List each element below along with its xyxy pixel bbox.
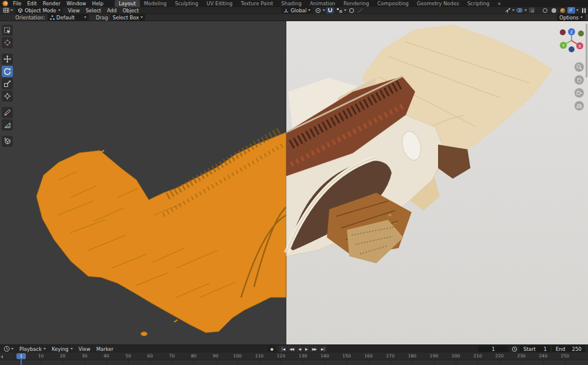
- snap-caret-icon[interactable]: [344, 9, 346, 11]
- editor-type-caret-icon[interactable]: [11, 9, 13, 11]
- ruler-collapse-icon[interactable]: [1, 355, 3, 359]
- ruler-tick: [259, 360, 260, 365]
- camera-view-icon[interactable]: [574, 88, 584, 98]
- annotate-tool[interactable]: [2, 107, 13, 118]
- snap-target-icon[interactable]: [335, 7, 343, 14]
- next-keyframe-button[interactable]: ▶▶: [310, 346, 319, 352]
- show-gizmos-icon[interactable]: [503, 7, 511, 14]
- ruler-tick: [63, 360, 64, 365]
- workspace-tab[interactable]: Shading: [277, 0, 306, 7]
- pivot-caret-icon[interactable]: [323, 9, 325, 11]
- drag-label: Drag: [96, 15, 108, 21]
- topbar-menu-item[interactable]: File: [10, 0, 24, 7]
- gizmos-caret-icon[interactable]: [512, 9, 514, 11]
- add-workspace-button[interactable]: +: [493, 0, 505, 7]
- rotate-tool[interactable]: [2, 66, 13, 77]
- solid-shading-icon[interactable]: [550, 7, 557, 14]
- viewport-menu-item[interactable]: Object: [119, 8, 142, 14]
- viewport-menus: ViewSelectAddObject: [65, 8, 142, 14]
- snap-magnet-icon[interactable]: [326, 7, 334, 14]
- topbar-menu-item[interactable]: Edit: [24, 0, 39, 7]
- navigation-gizmo[interactable]: Z Y X: [559, 27, 584, 53]
- show-overlays-icon[interactable]: [516, 7, 523, 14]
- pan-hand-icon[interactable]: [574, 75, 584, 85]
- play-button[interactable]: ▶: [303, 346, 310, 352]
- workspace-tab[interactable]: Modeling: [140, 0, 171, 7]
- play-reverse-button[interactable]: ◀: [296, 346, 303, 352]
- topbar-menu-item[interactable]: Render: [40, 0, 64, 7]
- viewport-scrollbar[interactable]: [586, 24, 587, 78]
- viewport-menu-item[interactable]: Select: [83, 8, 104, 14]
- orientation-default-label: Default: [56, 15, 75, 21]
- zoom-icon[interactable]: [574, 62, 584, 72]
- editor-type-icon[interactable]: [2, 7, 10, 14]
- start-value: 1: [544, 346, 547, 352]
- mode-selector[interactable]: Object Mode: [15, 7, 63, 14]
- timeline-editor-caret-icon[interactable]: [11, 348, 14, 350]
- ruler-frame-label: 70: [169, 353, 175, 359]
- workspace-tab[interactable]: Animation: [306, 0, 339, 7]
- viewport-menu-item[interactable]: Add: [104, 8, 119, 14]
- timeline-menu-item[interactable]: Playback: [16, 346, 49, 352]
- shading-caret-icon[interactable]: [576, 9, 579, 11]
- workspace-tab[interactable]: Geometry Nodes: [413, 0, 463, 7]
- material-preview-shading-icon[interactable]: [559, 7, 566, 14]
- ruler-frame-label: 90: [213, 353, 219, 359]
- workspace-tab[interactable]: Compositing: [373, 0, 413, 7]
- move-tool[interactable]: [2, 53, 13, 65]
- ruler-frame-label: 80: [191, 353, 197, 359]
- wireframe-shading-icon[interactable]: [541, 7, 549, 14]
- drag-mode-selector[interactable]: Select Box: [111, 14, 146, 21]
- topbar-menu-item[interactable]: Window: [64, 0, 89, 7]
- ruler-tick: [499, 360, 500, 365]
- timeline-menu-item[interactable]: Marker: [93, 346, 116, 352]
- workspace-tab[interactable]: Sculpting: [171, 0, 202, 7]
- workspace-tab[interactable]: UV Editing: [202, 0, 236, 7]
- viewport-nav-buttons: [574, 62, 584, 110]
- frame-start-field[interactable]: Start 1: [520, 346, 550, 352]
- ruler-frame-label: 60: [147, 353, 153, 359]
- options-button[interactable]: Options: [557, 14, 585, 21]
- frame-end-field[interactable]: End 250: [552, 346, 585, 352]
- workspace-tab[interactable]: Scripting: [463, 0, 494, 7]
- cursor-tool[interactable]: [2, 37, 13, 48]
- 3d-viewport[interactable]: Z Y X: [0, 21, 588, 344]
- timeline-ruler[interactable]: 1020304050607080901001101201301401501601…: [0, 353, 588, 365]
- preview-range-icon[interactable]: [510, 346, 518, 352]
- transform-orientation-selector[interactable]: Global: [281, 7, 313, 14]
- orientation-default-selector[interactable]: Default: [48, 14, 89, 21]
- previous-keyframe-button[interactable]: ◀◀: [288, 346, 296, 352]
- topbar-menu-item[interactable]: Help: [89, 0, 106, 7]
- timeline-menu-item[interactable]: Keying: [49, 346, 76, 352]
- timeline-menu-item[interactable]: View: [76, 346, 93, 352]
- header-overflow-icon[interactable]: [582, 8, 586, 13]
- auto-keying-icon[interactable]: ●: [268, 346, 276, 352]
- ruler-frame-label: 50: [125, 353, 131, 359]
- current-frame-field[interactable]: 1: [478, 346, 509, 352]
- perspective-toggle-icon[interactable]: [574, 101, 584, 110]
- jump-to-end-button[interactable]: ▶│: [319, 346, 326, 352]
- ruler-frame-label: 210: [473, 353, 482, 359]
- workspace-tab[interactable]: Rendering: [339, 0, 373, 7]
- select-box-tool[interactable]: [2, 25, 13, 36]
- ruler-frame-label: 170: [386, 353, 395, 359]
- transform-tool[interactable]: [2, 91, 13, 102]
- blender-logo-icon[interactable]: [2, 0, 9, 7]
- proportional-editing-icon[interactable]: [348, 7, 355, 14]
- workspace-tab[interactable]: Texture Paint: [237, 0, 278, 7]
- viewport-menu-item[interactable]: View: [65, 8, 83, 14]
- pivot-point-icon[interactable]: [314, 7, 322, 14]
- ruler-tick: [369, 360, 369, 365]
- jump-to-start-button[interactable]: │◀: [279, 346, 287, 352]
- overlays-caret-icon[interactable]: [524, 9, 527, 11]
- ruler-frame-label: 240: [539, 353, 547, 359]
- axis-negx-ball: [560, 29, 566, 35]
- workspace-tab[interactable]: Layout: [115, 0, 140, 7]
- timeline-plain-menus: ViewMarker: [76, 346, 117, 352]
- add-cube-tool[interactable]: [2, 136, 13, 147]
- timeline-editor-icon[interactable]: [3, 346, 11, 352]
- xray-toggle-icon[interactable]: [528, 7, 536, 14]
- scale-tool[interactable]: [2, 78, 13, 89]
- measure-tool[interactable]: [2, 119, 13, 130]
- rendered-shading-icon[interactable]: [567, 7, 575, 14]
